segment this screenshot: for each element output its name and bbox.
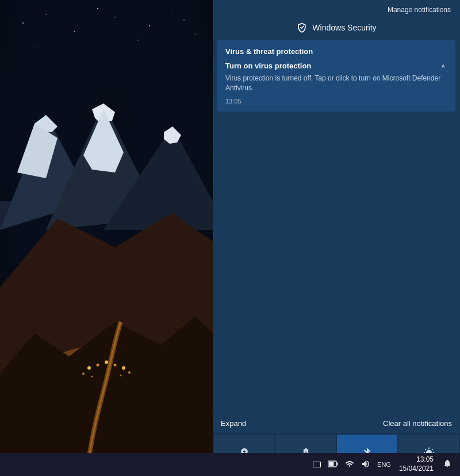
notification-body: ∧ Turn on virus protection Virus protect… [225, 62, 447, 105]
notification-message: Virus protection is turned off. Tap or c… [225, 74, 447, 93]
notifications-header: Manage notifications [213, 0, 460, 18]
expand-button[interactable]: Expand [221, 418, 246, 429]
language-indicator[interactable]: ENG [375, 461, 393, 468]
svg-marker-26 [0, 316, 213, 476]
svg-point-6 [149, 25, 150, 26]
taskbar-indicator[interactable] [313, 462, 321, 467]
clear-all-button[interactable]: Clear all notifications [383, 418, 452, 429]
action-bar: Expand Clear all notifications [213, 413, 460, 433]
svg-point-28 [97, 364, 99, 367]
notification-card[interactable]: Virus & threat protection ∧ Turn on viru… [217, 40, 455, 112]
svg-point-4 [74, 31, 75, 32]
svg-point-7 [172, 11, 172, 11]
volume-tray-icon[interactable] [359, 459, 373, 470]
svg-point-11 [137, 40, 138, 40]
svg-point-32 [82, 373, 85, 375]
manage-notifications-link[interactable]: Manage notifications [388, 6, 451, 14]
svg-point-10 [97, 8, 98, 9]
notification-timestamp: 13:05 [225, 98, 447, 105]
wifi-tray-icon[interactable] [343, 460, 356, 470]
system-tray: ENG 13:05 15/04/2021 [310, 455, 455, 473]
notifications-spacer [213, 112, 460, 413]
svg-point-31 [122, 366, 125, 370]
action-center-tray-button[interactable] [439, 459, 455, 470]
notification-category: Virus & threat protection [225, 47, 447, 56]
svg-point-35 [120, 375, 122, 377]
clock-date: 15/04/2021 [399, 465, 434, 474]
svg-rect-37 [329, 462, 334, 466]
notification-collapse-button[interactable]: ∧ [439, 62, 447, 70]
security-header: Windows Security [213, 18, 460, 40]
clock-area[interactable]: 13:05 15/04/2021 [396, 455, 437, 473]
svg-point-29 [105, 360, 108, 364]
security-panel-title: Windows Security [312, 23, 376, 32]
svg-point-33 [128, 371, 131, 374]
windows-security-icon [296, 22, 308, 33]
wallpaper [0, 0, 213, 476]
svg-point-3 [45, 14, 47, 15]
svg-point-9 [34, 45, 34, 46]
svg-point-30 [114, 364, 117, 367]
svg-point-8 [195, 34, 196, 35]
clock-time: 13:05 [416, 455, 434, 465]
action-center: Manage notifications Windows Security Vi… [213, 0, 460, 476]
svg-rect-38 [337, 463, 338, 466]
svg-point-2 [22, 22, 24, 24]
svg-point-27 [87, 366, 91, 370]
notification-title: Turn on virus protection [225, 62, 447, 70]
svg-point-12 [183, 20, 185, 21]
battery-tray-icon[interactable] [325, 460, 340, 469]
svg-point-34 [91, 376, 93, 378]
taskbar: ENG 13:05 15/04/2021 [0, 453, 460, 476]
svg-point-5 [114, 17, 116, 18]
